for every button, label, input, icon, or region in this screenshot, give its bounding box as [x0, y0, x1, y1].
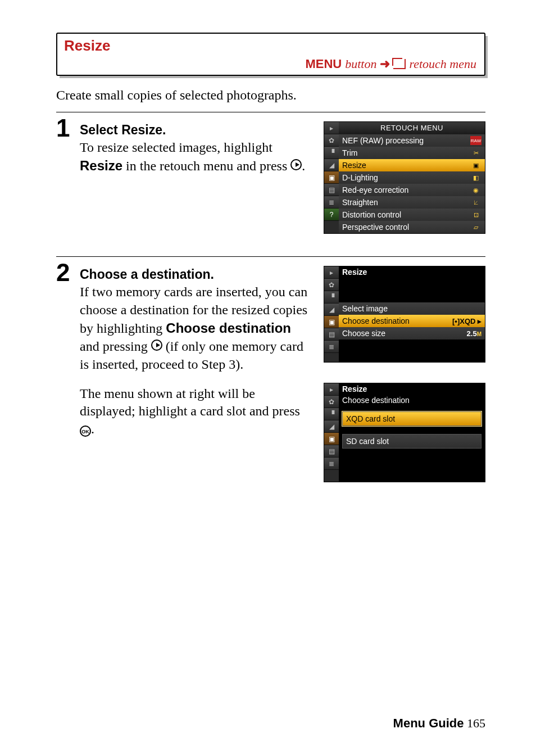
menu-row-label: Select image: [342, 304, 388, 313]
menu-row-label: Perspective control: [342, 223, 409, 232]
screenshot-title: RETOUCH MENU: [339, 122, 485, 134]
step-2-number: 2: [56, 260, 80, 285]
tabstrip: ▸ ✿ ▝ ◢ ▣ ▤ ≣: [324, 383, 339, 482]
arrow-icon: ➜: [380, 57, 390, 71]
divider: [56, 256, 485, 257]
menu-row-label: Resize: [342, 161, 366, 170]
step-1-number: 1: [56, 116, 80, 141]
dest-item: SD card slot: [342, 434, 482, 449]
page-footer: Menu Guide 165: [393, 716, 485, 731]
footer-label: Menu Guide: [393, 716, 464, 730]
screenshot-retouch-menu: ▸ ✿ ▝ ◢ ▣ ▤ ≣ ? RETOUCH MENU NEF (RAW) p…: [324, 121, 485, 234]
tabstrip: ▸ ✿ ▝ ◢ ▣ ▤ ≣ ?: [324, 122, 339, 233]
tab-custom-icon: ▝: [324, 291, 339, 304]
step-1: 1 Select Resize. To resize selected imag…: [56, 116, 485, 234]
tab-playback-icon: ▸: [324, 266, 339, 279]
tab-recent-icon: ≣: [324, 341, 339, 353]
step-2: 2 Choose a destination. If two memory ca…: [56, 260, 485, 482]
button-label: button: [345, 57, 376, 71]
dest-item: XQD card slot: [342, 411, 482, 426]
menu-row-label: Choose destination: [342, 316, 410, 325]
menu-row: Choose destination[•]XQD ▸: [339, 315, 485, 327]
step1-dot: .: [302, 159, 305, 173]
step1-text-b: in the retouch menu and press: [122, 159, 290, 173]
menu-row: Straighten⟀: [339, 196, 485, 209]
retouch-menu-icon: [393, 59, 406, 69]
menu-row-label: Red-eye correction: [342, 185, 408, 194]
menu-row-label: Distortion control: [342, 210, 401, 219]
section-title: Resize: [64, 37, 476, 55]
footer-page: 165: [464, 716, 486, 730]
menu-row: Perspective control▱: [339, 221, 485, 233]
tab-retouch-icon: ▣: [324, 433, 339, 445]
tab-custom-icon: ▝: [324, 408, 339, 420]
tab-camera-icon: ✿: [324, 396, 339, 408]
menu-row-value: [•]XQD ▸: [452, 317, 482, 325]
step-1-body: To resize selected images, highlight Res…: [80, 139, 314, 175]
tab-recent-icon: ≣: [324, 458, 339, 470]
multiselector-right-icon: [290, 159, 302, 170]
tab-retouch-icon: ▣: [324, 316, 339, 328]
step-2-para2: The menu shown at right will be displaye…: [80, 385, 305, 439]
menu-path: MENU button ➜ retouch menu: [64, 57, 476, 71]
screenshot-subtitle: Resize: [339, 266, 485, 278]
menu-row-icon: ⟀: [470, 198, 482, 207]
step-1-title: Select Resize.: [80, 121, 314, 139]
tab-camera-icon: ✿: [324, 279, 339, 291]
tab-recent-icon: ≣: [324, 196, 339, 209]
menu-row-icon: ◧: [470, 173, 482, 182]
tab-mymenu-icon: ▤: [324, 328, 339, 341]
step-2-title: Choose a destination.: [80, 266, 314, 283]
ok-button-icon: OK: [80, 425, 91, 437]
screenshot-resize: ▸ ✿ ▝ ◢ ▣ ▤ ≣ Resize Sele: [324, 266, 485, 363]
step1-resize-bold: Resize: [80, 158, 122, 173]
menu-row-icon: ▱: [470, 223, 482, 232]
step2-text-b: and pressing: [80, 339, 151, 354]
tab-setup-icon: ◢: [324, 304, 339, 316]
tab-mymenu-icon: ▤: [324, 184, 339, 196]
menu-row-label: D-Lighting: [342, 173, 378, 182]
divider: [56, 112, 485, 112]
tab-camera-icon: ✿: [324, 134, 339, 147]
step1-text-a: To resize selected images, highlight: [80, 140, 272, 155]
menu-row: D-Lighting◧: [339, 171, 485, 184]
step2-para2-dot: .: [91, 422, 94, 436]
menu-row: Select image: [339, 302, 485, 315]
tab-mymenu-icon: ▤: [324, 445, 339, 458]
tab-retouch-icon: ▣: [324, 171, 339, 184]
menu-row: Distortion control⊡: [339, 209, 485, 221]
retouch-menu-label: retouch menu: [409, 57, 476, 71]
menu-row-icon: ✂: [470, 148, 482, 157]
menu-row-label: Trim: [342, 148, 357, 157]
screenshot-title: Resize: [339, 383, 485, 395]
multiselector-right-icon: [151, 339, 162, 351]
step-2-body: If two memory cards are inserted, you ca…: [80, 283, 314, 374]
menu-row: Resize▣: [339, 159, 485, 171]
menu-row-icon: ◉: [470, 185, 482, 194]
menu-row-label: Choose size: [342, 329, 385, 338]
tab-setup-icon: ◢: [324, 420, 339, 433]
screenshot-choose-destination: ▸ ✿ ▝ ◢ ▣ ▤ ≣ Resize Choose destination: [324, 383, 485, 482]
menu-row-label: Straighten: [342, 198, 378, 207]
menu-row-label: NEF (RAW) processing: [342, 136, 424, 145]
menu-row: Red-eye correction◉: [339, 184, 485, 196]
tabstrip: ▸ ✿ ▝ ◢ ▣ ▤ ≣: [324, 266, 339, 362]
tab-playback-icon: ▸: [324, 383, 339, 396]
step2-choose-dest-bold: Choose destination: [166, 320, 291, 336]
menu-row-icon: ⊡: [470, 210, 482, 219]
menu-label: MENU: [305, 57, 342, 71]
tab-playback-icon: ▸: [324, 122, 339, 134]
tab-help-icon: ?: [324, 209, 339, 221]
tab-setup-icon: ◢: [324, 159, 339, 171]
section-heading: Resize MENU button ➜ retouch menu: [56, 33, 485, 76]
intro-text: Create small copies of selected photogra…: [56, 86, 485, 104]
step2-para2-a: The menu shown at right will be displaye…: [80, 386, 300, 419]
menu-row: NEF (RAW) processingRAW: [339, 134, 485, 147]
menu-row-value: 2.5M: [467, 329, 482, 338]
tab-custom-icon: ▝: [324, 147, 339, 159]
menu-row: Trim✂: [339, 147, 485, 159]
menu-row: Choose size2.5M: [339, 327, 485, 339]
menu-row-icon: RAW: [470, 136, 482, 145]
screenshot-subtitle: Choose destination: [339, 395, 485, 406]
menu-row-icon: ▣: [470, 161, 482, 170]
